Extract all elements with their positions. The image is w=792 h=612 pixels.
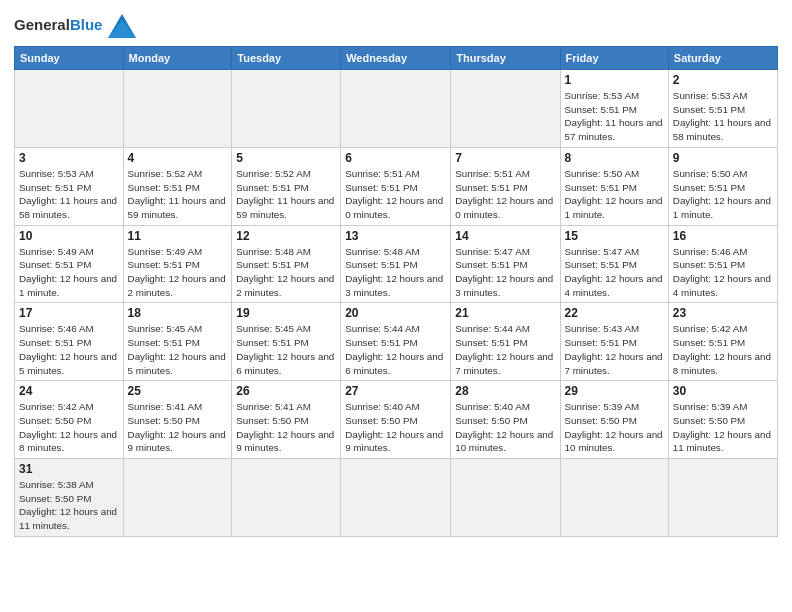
day-header-monday: Monday: [123, 47, 232, 70]
calendar-week-6: 31Sunrise: 5:38 AM Sunset: 5:50 PM Dayli…: [15, 459, 778, 537]
day-number: 18: [128, 306, 228, 320]
svg-marker-1: [108, 20, 136, 38]
day-number: 30: [673, 384, 773, 398]
day-info: Sunrise: 5:38 AM Sunset: 5:50 PM Dayligh…: [19, 478, 119, 533]
day-header-friday: Friday: [560, 47, 668, 70]
calendar-cell: [232, 70, 341, 148]
calendar-cell: 25Sunrise: 5:41 AM Sunset: 5:50 PM Dayli…: [123, 381, 232, 459]
calendar-cell: 10Sunrise: 5:49 AM Sunset: 5:51 PM Dayli…: [15, 225, 124, 303]
day-number: 15: [565, 229, 664, 243]
calendar-cell: 30Sunrise: 5:39 AM Sunset: 5:50 PM Dayli…: [668, 381, 777, 459]
calendar-cell: 7Sunrise: 5:51 AM Sunset: 5:51 PM Daylig…: [451, 147, 560, 225]
calendar-cell: [232, 459, 341, 537]
day-number: 4: [128, 151, 228, 165]
day-info: Sunrise: 5:40 AM Sunset: 5:50 PM Dayligh…: [455, 400, 555, 455]
logo-text: GeneralBlue: [14, 17, 102, 34]
day-number: 6: [345, 151, 446, 165]
calendar-cell: 15Sunrise: 5:47 AM Sunset: 5:51 PM Dayli…: [560, 225, 668, 303]
day-number: 7: [455, 151, 555, 165]
calendar-cell: [15, 70, 124, 148]
day-number: 20: [345, 306, 446, 320]
day-number: 14: [455, 229, 555, 243]
day-number: 19: [236, 306, 336, 320]
calendar-cell: [123, 459, 232, 537]
day-number: 9: [673, 151, 773, 165]
day-number: 26: [236, 384, 336, 398]
logo-blue: Blue: [70, 16, 103, 33]
calendar-cell: 31Sunrise: 5:38 AM Sunset: 5:50 PM Dayli…: [15, 459, 124, 537]
day-info: Sunrise: 5:41 AM Sunset: 5:50 PM Dayligh…: [236, 400, 336, 455]
calendar-week-1: 1Sunrise: 5:53 AM Sunset: 5:51 PM Daylig…: [15, 70, 778, 148]
calendar-cell: 28Sunrise: 5:40 AM Sunset: 5:50 PM Dayli…: [451, 381, 560, 459]
day-number: 27: [345, 384, 446, 398]
day-info: Sunrise: 5:51 AM Sunset: 5:51 PM Dayligh…: [455, 167, 555, 222]
day-header-tuesday: Tuesday: [232, 47, 341, 70]
day-info: Sunrise: 5:52 AM Sunset: 5:51 PM Dayligh…: [128, 167, 228, 222]
day-info: Sunrise: 5:40 AM Sunset: 5:50 PM Dayligh…: [345, 400, 446, 455]
calendar: SundayMondayTuesdayWednesdayThursdayFrid…: [14, 46, 778, 537]
calendar-week-3: 10Sunrise: 5:49 AM Sunset: 5:51 PM Dayli…: [15, 225, 778, 303]
day-info: Sunrise: 5:49 AM Sunset: 5:51 PM Dayligh…: [19, 245, 119, 300]
day-info: Sunrise: 5:41 AM Sunset: 5:50 PM Dayligh…: [128, 400, 228, 455]
day-info: Sunrise: 5:47 AM Sunset: 5:51 PM Dayligh…: [455, 245, 555, 300]
day-header-saturday: Saturday: [668, 47, 777, 70]
day-number: 2: [673, 73, 773, 87]
day-number: 13: [345, 229, 446, 243]
day-number: 10: [19, 229, 119, 243]
day-number: 21: [455, 306, 555, 320]
day-info: Sunrise: 5:42 AM Sunset: 5:50 PM Dayligh…: [19, 400, 119, 455]
day-header-wednesday: Wednesday: [341, 47, 451, 70]
day-info: Sunrise: 5:53 AM Sunset: 5:51 PM Dayligh…: [565, 89, 664, 144]
day-number: 1: [565, 73, 664, 87]
day-info: Sunrise: 5:52 AM Sunset: 5:51 PM Dayligh…: [236, 167, 336, 222]
calendar-cell: 8Sunrise: 5:50 AM Sunset: 5:51 PM Daylig…: [560, 147, 668, 225]
calendar-cell: 11Sunrise: 5:49 AM Sunset: 5:51 PM Dayli…: [123, 225, 232, 303]
day-header-sunday: Sunday: [15, 47, 124, 70]
calendar-cell: [341, 459, 451, 537]
calendar-cell: 5Sunrise: 5:52 AM Sunset: 5:51 PM Daylig…: [232, 147, 341, 225]
day-number: 8: [565, 151, 664, 165]
calendar-header-row: SundayMondayTuesdayWednesdayThursdayFrid…: [15, 47, 778, 70]
day-number: 3: [19, 151, 119, 165]
logo-icon: [104, 10, 140, 40]
day-info: Sunrise: 5:39 AM Sunset: 5:50 PM Dayligh…: [565, 400, 664, 455]
calendar-cell: 18Sunrise: 5:45 AM Sunset: 5:51 PM Dayli…: [123, 303, 232, 381]
day-info: Sunrise: 5:46 AM Sunset: 5:51 PM Dayligh…: [673, 245, 773, 300]
calendar-cell: 6Sunrise: 5:51 AM Sunset: 5:51 PM Daylig…: [341, 147, 451, 225]
calendar-cell: 4Sunrise: 5:52 AM Sunset: 5:51 PM Daylig…: [123, 147, 232, 225]
calendar-cell: 9Sunrise: 5:50 AM Sunset: 5:51 PM Daylig…: [668, 147, 777, 225]
header: GeneralBlue: [14, 10, 778, 40]
calendar-cell: 27Sunrise: 5:40 AM Sunset: 5:50 PM Dayli…: [341, 381, 451, 459]
logo: GeneralBlue: [14, 10, 140, 40]
day-info: Sunrise: 5:39 AM Sunset: 5:50 PM Dayligh…: [673, 400, 773, 455]
day-header-thursday: Thursday: [451, 47, 560, 70]
day-number: 22: [565, 306, 664, 320]
calendar-week-4: 17Sunrise: 5:46 AM Sunset: 5:51 PM Dayli…: [15, 303, 778, 381]
day-info: Sunrise: 5:43 AM Sunset: 5:51 PM Dayligh…: [565, 322, 664, 377]
day-number: 11: [128, 229, 228, 243]
calendar-cell: 16Sunrise: 5:46 AM Sunset: 5:51 PM Dayli…: [668, 225, 777, 303]
day-info: Sunrise: 5:49 AM Sunset: 5:51 PM Dayligh…: [128, 245, 228, 300]
day-info: Sunrise: 5:50 AM Sunset: 5:51 PM Dayligh…: [673, 167, 773, 222]
calendar-cell: 1Sunrise: 5:53 AM Sunset: 5:51 PM Daylig…: [560, 70, 668, 148]
day-number: 24: [19, 384, 119, 398]
calendar-cell: 3Sunrise: 5:53 AM Sunset: 5:51 PM Daylig…: [15, 147, 124, 225]
day-info: Sunrise: 5:45 AM Sunset: 5:51 PM Dayligh…: [236, 322, 336, 377]
calendar-cell: 17Sunrise: 5:46 AM Sunset: 5:51 PM Dayli…: [15, 303, 124, 381]
day-info: Sunrise: 5:47 AM Sunset: 5:51 PM Dayligh…: [565, 245, 664, 300]
day-number: 28: [455, 384, 555, 398]
day-info: Sunrise: 5:53 AM Sunset: 5:51 PM Dayligh…: [19, 167, 119, 222]
calendar-cell: 21Sunrise: 5:44 AM Sunset: 5:51 PM Dayli…: [451, 303, 560, 381]
day-number: 29: [565, 384, 664, 398]
calendar-cell: 13Sunrise: 5:48 AM Sunset: 5:51 PM Dayli…: [341, 225, 451, 303]
calendar-cell: 19Sunrise: 5:45 AM Sunset: 5:51 PM Dayli…: [232, 303, 341, 381]
day-info: Sunrise: 5:44 AM Sunset: 5:51 PM Dayligh…: [455, 322, 555, 377]
day-number: 31: [19, 462, 119, 476]
day-number: 12: [236, 229, 336, 243]
day-info: Sunrise: 5:42 AM Sunset: 5:51 PM Dayligh…: [673, 322, 773, 377]
calendar-cell: 22Sunrise: 5:43 AM Sunset: 5:51 PM Dayli…: [560, 303, 668, 381]
day-info: Sunrise: 5:50 AM Sunset: 5:51 PM Dayligh…: [565, 167, 664, 222]
day-info: Sunrise: 5:45 AM Sunset: 5:51 PM Dayligh…: [128, 322, 228, 377]
calendar-cell: [123, 70, 232, 148]
calendar-week-5: 24Sunrise: 5:42 AM Sunset: 5:50 PM Dayli…: [15, 381, 778, 459]
